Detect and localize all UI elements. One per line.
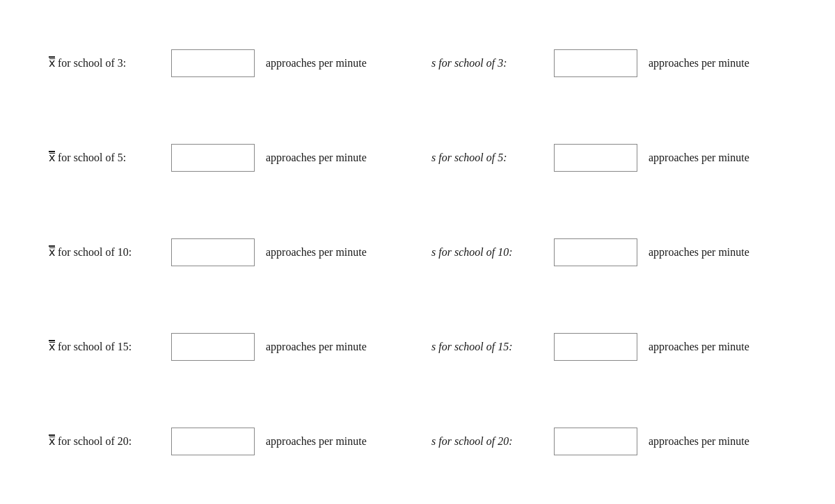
unit-xbar-5: approaches per minute	[266, 152, 367, 164]
s-input-5[interactable]	[554, 144, 637, 172]
s-label-20: s for school of 20:	[431, 435, 543, 448]
unit-s-15: approaches per minute	[649, 341, 749, 353]
s-input-3[interactable]	[554, 49, 637, 77]
s-label-10: s for school of 10:	[431, 246, 543, 259]
row-3-s: s for school of 10: approaches per minut…	[418, 205, 800, 300]
row-4-s: s for school of 15: approaches per minut…	[418, 300, 800, 394]
row-2-s: s for school of 5: approaches per minute	[418, 111, 800, 205]
xbar-label-10: x̅ for school of 10:	[49, 245, 160, 259]
row-1-s: s for school of 3: approaches per minute	[418, 16, 800, 111]
unit-xbar-3: approaches per minute	[266, 57, 367, 70]
row-5-s: s for school of 20: approaches per minut…	[418, 394, 800, 489]
xbar-input-15[interactable]	[171, 333, 255, 361]
s-label-5: s for school of 5:	[431, 152, 543, 164]
row-2-xbar: x̅ for school of 5: approaches per minut…	[35, 111, 418, 205]
s-input-10[interactable]	[554, 238, 637, 266]
xbar-label-15: x̅ for school of 15:	[49, 340, 160, 353]
s-label-3: s for school of 3:	[431, 57, 543, 70]
unit-s-5: approaches per minute	[649, 152, 749, 164]
main-grid: x̅ for school of 3: approaches per minut…	[35, 16, 800, 489]
xbar-label-20: x̅ for school of 20:	[49, 434, 160, 448]
unit-s-3: approaches per minute	[649, 57, 749, 70]
xbar-input-20[interactable]	[171, 428, 255, 455]
unit-xbar-20: approaches per minute	[266, 435, 367, 448]
s-label-15: s for school of 15:	[431, 341, 543, 353]
row-4-xbar: x̅ for school of 15: approaches per minu…	[35, 300, 418, 394]
xbar-label-5: x̅ for school of 5:	[49, 151, 160, 164]
xbar-input-5[interactable]	[171, 144, 255, 172]
unit-s-20: approaches per minute	[649, 435, 749, 448]
row-3-xbar: x̅ for school of 10: approaches per minu…	[35, 205, 418, 300]
unit-xbar-15: approaches per minute	[266, 341, 367, 353]
unit-xbar-10: approaches per minute	[266, 246, 367, 259]
xbar-label-3: x̅ for school of 3:	[49, 56, 160, 70]
xbar-input-10[interactable]	[171, 238, 255, 266]
unit-s-10: approaches per minute	[649, 246, 749, 259]
s-input-20[interactable]	[554, 428, 637, 455]
s-input-15[interactable]	[554, 333, 637, 361]
row-5-xbar: x̅ for school of 20: approaches per minu…	[35, 394, 418, 489]
xbar-input-3[interactable]	[171, 49, 255, 77]
row-1-xbar: x̅ for school of 3: approaches per minut…	[35, 16, 418, 111]
